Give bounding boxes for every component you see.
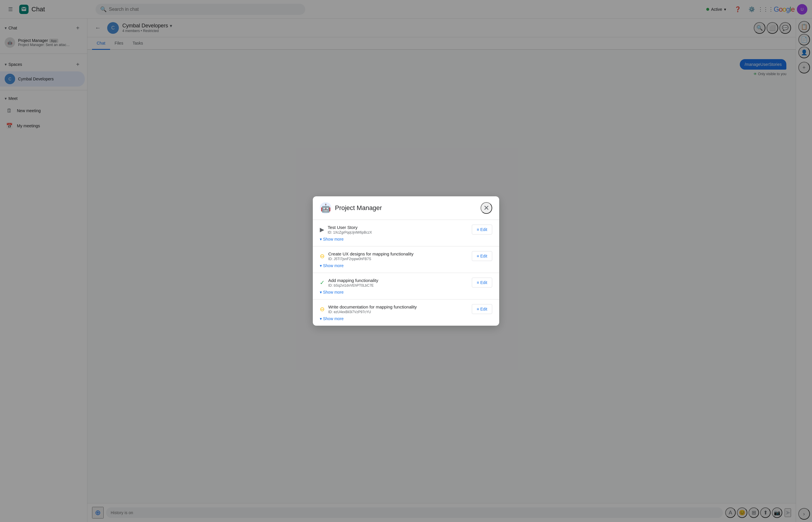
task-item-0: ▶ Test User Story ID: 1XcZgrPqqUjnlW6pBc… <box>313 220 499 246</box>
task-id-1: ID: J5TI7jsnF2rppw0hFB7S <box>328 257 468 261</box>
task-id-0: ID: 1XcZgrPqqUjnlW6pBczX <box>328 230 468 235</box>
task-edit-button-0[interactable]: ≡ Edit <box>472 225 492 235</box>
show-more-button-2[interactable]: ▾ Show more <box>320 290 344 295</box>
task-status-icon-0: ▶ <box>320 226 324 233</box>
show-more-chevron-2: ▾ <box>320 290 322 295</box>
modal-header: 🤖 Project Manager ✕ <box>313 196 499 220</box>
task-id-2: ID: bSq2vi1dvVEhPT0LbC7E <box>328 283 468 287</box>
modal: 🤖 Project Manager ✕ ▶ Test User Story ID… <box>313 196 499 326</box>
task-row-0: ▶ Test User Story ID: 1XcZgrPqqUjnlW6pBc… <box>320 225 492 235</box>
task-row-3: ⊖ Write documentation for mapping functi… <box>320 304 492 314</box>
modal-robot-avatar: 🤖 <box>320 202 331 214</box>
task-title-0: Test User Story <box>328 225 468 230</box>
task-row-2: ✓ Add mapping functionality ID: bSq2vi1d… <box>320 278 492 287</box>
task-info-3: Write documentation for mapping function… <box>328 304 468 314</box>
task-id-3: ID: ezU4exBil3i7VzP97cYU <box>328 310 468 314</box>
task-edit-button-2[interactable]: ≡ Edit <box>472 278 492 287</box>
task-status-icon-2: ✓ <box>320 279 325 286</box>
task-row-1: ⊖ Create UX designs for mapping function… <box>320 251 492 261</box>
modal-overlay[interactable]: 🤖 Project Manager ✕ ▶ Test User Story ID… <box>0 0 812 522</box>
show-more-chevron-3: ▾ <box>320 316 322 321</box>
show-more-chevron-0: ▾ <box>320 237 322 241</box>
task-title-2: Add mapping functionality <box>328 278 468 283</box>
task-item-2: ✓ Add mapping functionality ID: bSq2vi1d… <box>313 273 499 299</box>
task-info-0: Test User Story ID: 1XcZgrPqqUjnlW6pBczX <box>328 225 468 235</box>
show-more-row-0: ▾ Show more <box>320 237 492 241</box>
show-more-button-0[interactable]: ▾ Show more <box>320 237 344 241</box>
task-title-1: Create UX designs for mapping functional… <box>328 252 468 256</box>
show-more-button-1[interactable]: ▾ Show more <box>320 263 344 268</box>
task-item-1: ⊖ Create UX designs for mapping function… <box>313 246 499 273</box>
edit-icon-1: ≡ <box>477 254 479 258</box>
show-more-button-3[interactable]: ▾ Show more <box>320 316 344 321</box>
task-edit-button-1[interactable]: ≡ Edit <box>472 251 492 261</box>
edit-icon-0: ≡ <box>477 227 479 232</box>
modal-title: Project Manager <box>335 204 481 212</box>
task-edit-button-3[interactable]: ≡ Edit <box>472 304 492 314</box>
show-more-chevron-1: ▾ <box>320 263 322 268</box>
task-title-3: Write documentation for mapping function… <box>328 304 468 309</box>
task-info-1: Create UX designs for mapping functional… <box>328 252 468 261</box>
show-more-row-2: ▾ Show more <box>320 290 492 295</box>
edit-icon-3: ≡ <box>477 307 479 312</box>
task-status-icon-3: ⊖ <box>320 305 325 313</box>
modal-close-button[interactable]: ✕ <box>481 202 492 214</box>
edit-icon-2: ≡ <box>477 280 479 285</box>
task-info-2: Add mapping functionality ID: bSq2vi1dvV… <box>328 278 468 287</box>
task-item-3: ⊖ Write documentation for mapping functi… <box>313 299 499 326</box>
task-status-icon-1: ⊖ <box>320 253 325 260</box>
show-more-row-3: ▾ Show more <box>320 316 492 321</box>
show-more-row-1: ▾ Show more <box>320 263 492 268</box>
